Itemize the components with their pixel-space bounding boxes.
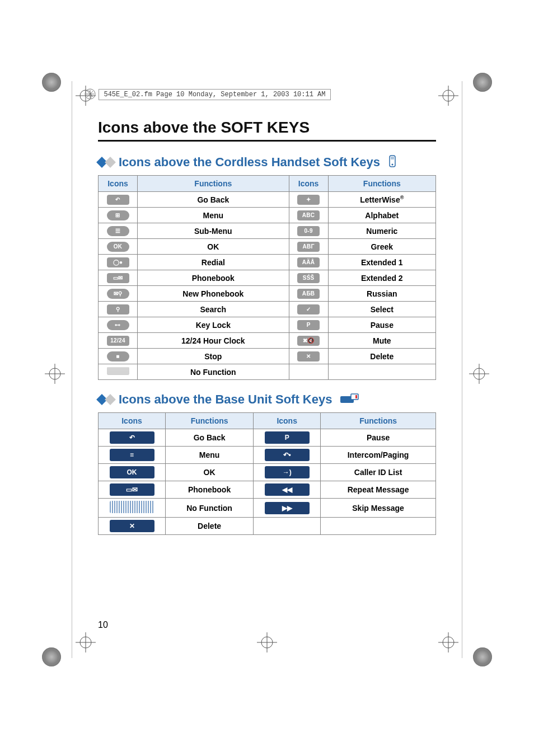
section-handset-title: Icons above the Cordless Handset Soft Ke… bbox=[119, 155, 380, 170]
function-label: No Function bbox=[166, 499, 254, 518]
mute-icon: ✖🔇 bbox=[289, 333, 328, 349]
function-label: Sub-Menu bbox=[138, 223, 289, 239]
delete-icon: ✕ bbox=[289, 349, 328, 364]
pause-icon: P bbox=[289, 317, 328, 333]
table-row: ⊷Key LockPPause bbox=[99, 317, 436, 333]
empty-cell bbox=[289, 364, 328, 380]
select-icon: ✓ bbox=[289, 302, 328, 317]
function-label: Russian bbox=[328, 286, 435, 302]
print-corner-tl bbox=[42, 73, 61, 92]
function-label: No Function bbox=[138, 364, 289, 380]
go-back-icon: ↶ bbox=[107, 195, 129, 205]
submenu-icon: ☰ bbox=[107, 226, 129, 236]
base-no-function-icon bbox=[110, 501, 154, 513]
function-label: Numeric bbox=[328, 223, 435, 239]
table-row: ⚲Search✓Select bbox=[99, 302, 436, 317]
reg-mark-ml bbox=[45, 364, 65, 384]
base-pause-icon: P bbox=[254, 429, 321, 447]
base-callerid-icon: →) bbox=[265, 466, 310, 478]
svg-rect-23 bbox=[391, 157, 394, 159]
section-handset-header: Icons above the Cordless Handset Soft Ke… bbox=[98, 155, 436, 170]
redial-icon: ◯● bbox=[99, 255, 138, 270]
base-ok-icon: OK bbox=[110, 466, 154, 478]
search-icon: ⚲ bbox=[99, 302, 138, 317]
reg-mark-bc bbox=[257, 632, 277, 652]
numeric-icon: 0-9 bbox=[289, 223, 328, 239]
col-icons: Icons bbox=[99, 176, 138, 192]
table-row: ✉⚲New PhonebookАБВRussian bbox=[99, 286, 436, 302]
extended2-icon: SŚŠ bbox=[297, 273, 320, 283]
base-callerid-icon: →) bbox=[254, 464, 321, 481]
base-skip-icon: ▶▶ bbox=[254, 499, 321, 518]
table-row: ⊞MenuABCAlphabet bbox=[99, 208, 436, 223]
function-label: Extended 2 bbox=[328, 270, 435, 286]
base-go-back-icon: ↶ bbox=[110, 431, 154, 444]
no-function-icon bbox=[107, 367, 129, 375]
function-label: OK bbox=[166, 464, 254, 481]
function-label: OK bbox=[138, 239, 289, 255]
bullet-diamonds-icon bbox=[98, 396, 114, 403]
col-icons: Icons bbox=[254, 413, 321, 429]
no-function-icon bbox=[99, 364, 138, 380]
base-intercom-icon: ↶• bbox=[265, 449, 310, 461]
guide-line-left bbox=[72, 81, 72, 658]
col-functions: Functions bbox=[321, 413, 436, 429]
search-icon: ⚲ bbox=[107, 304, 129, 314]
new-phonebook-icon: ✉⚲ bbox=[99, 286, 138, 302]
handset-icon bbox=[388, 155, 397, 170]
function-label: Extended 1 bbox=[328, 255, 435, 270]
base-delete-icon: ✕ bbox=[99, 518, 166, 535]
base-repeat-icon: ◀◀ bbox=[254, 481, 321, 499]
function-label: Go Back bbox=[138, 192, 289, 208]
table-row: ↶Go BackPPause bbox=[99, 429, 436, 447]
extended2-icon: SŚŠ bbox=[289, 270, 328, 286]
function-label: LetterWise® bbox=[328, 192, 435, 208]
function-label: Phonebook bbox=[138, 270, 289, 286]
col-functions: Functions bbox=[166, 413, 254, 429]
empty-cell bbox=[254, 518, 321, 535]
base-unit-icon bbox=[340, 393, 359, 406]
function-label: Select bbox=[328, 302, 435, 317]
base-phonebook-icon: ▭✉ bbox=[99, 481, 166, 499]
table-row: OKOKΑΒΓGreek bbox=[99, 239, 436, 255]
print-header-text: 545E_E_02.fm Page 10 Monday, September 1… bbox=[99, 89, 330, 100]
extended1-icon: AÄÅ bbox=[289, 255, 328, 270]
russian-icon: АБВ bbox=[289, 286, 328, 302]
reg-mark-bl bbox=[76, 632, 96, 652]
function-label: Menu bbox=[138, 208, 289, 223]
pause-icon: P bbox=[297, 320, 320, 330]
base-intercom-icon: ↶• bbox=[254, 447, 321, 464]
col-icons: Icons bbox=[99, 413, 166, 429]
alphabet-icon: ABC bbox=[289, 208, 328, 223]
function-label: Caller ID List bbox=[321, 464, 436, 481]
alphabet-icon: ABC bbox=[297, 210, 320, 220]
table-row: ☰Sub-Menu0-9Numeric bbox=[99, 223, 436, 239]
ok-icon: OK bbox=[107, 242, 129, 252]
stop-icon: ■ bbox=[107, 351, 129, 361]
phonebook-icon: ▭✉ bbox=[99, 270, 138, 286]
table-row: 12/2412/24 Hour Clock✖🔇Mute bbox=[99, 333, 436, 349]
delete-icon: ✕ bbox=[297, 351, 320, 361]
function-label: Greek bbox=[328, 239, 435, 255]
svg-point-24 bbox=[392, 164, 394, 166]
extended1-icon: AÄÅ bbox=[297, 257, 320, 267]
base-repeat-icon: ◀◀ bbox=[265, 483, 310, 496]
table-row: OKOK→)Caller ID List bbox=[99, 464, 436, 481]
section-base-title: Icons above the Base Unit Soft Keys bbox=[119, 392, 332, 407]
table-row: ■Stop✕Delete bbox=[99, 349, 436, 364]
mute-icon: ✖🔇 bbox=[297, 336, 320, 346]
table-row: ↶Go Back✦LetterWise® bbox=[99, 192, 436, 208]
table-row: No Function▶▶Skip Message bbox=[99, 499, 436, 518]
page-title: Icons above the SOFT KEYS bbox=[98, 119, 436, 142]
table-row: ◯●RedialAÄÅExtended 1 bbox=[99, 255, 436, 270]
empty-cell bbox=[328, 364, 435, 380]
empty-cell bbox=[321, 518, 436, 535]
letterwise-icon: ✦ bbox=[289, 192, 328, 208]
function-label: Repeat Message bbox=[321, 481, 436, 499]
function-label: Pause bbox=[328, 317, 435, 333]
function-label: Delete bbox=[328, 349, 435, 364]
page-number: 10 bbox=[98, 620, 108, 630]
section-base-header: Icons above the Base Unit Soft Keys bbox=[98, 392, 436, 407]
russian-icon: АБВ bbox=[297, 289, 320, 299]
function-label: Search bbox=[138, 302, 289, 317]
